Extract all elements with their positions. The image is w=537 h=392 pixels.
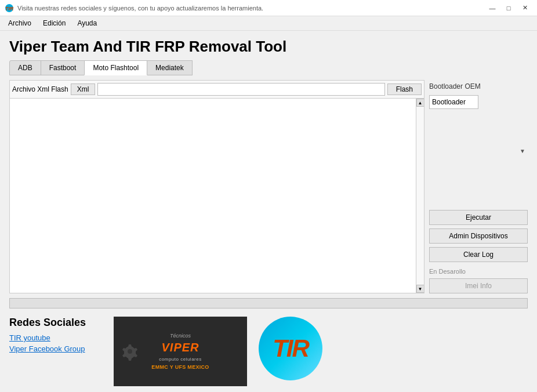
social-title: Redes Sociales — [9, 317, 102, 329]
flash-button[interactable]: Flash — [387, 84, 422, 95]
bootloader-dropdown-wrapper: Bootloader ▼ — [429, 95, 528, 206]
dropdown-arrow-icon: ▼ — [520, 148, 525, 154]
title-bar-left: TIR Visita nuestras redes sociales y síg… — [5, 3, 263, 13]
tir-circle: TIR — [259, 317, 322, 380]
social-links: Redes Sociales TIR youtube Viper Faceboo… — [9, 317, 102, 353]
gear-banner-icon — [118, 334, 153, 369]
titlebar-notification: Visita nuestras redes sociales y sígueno… — [17, 5, 263, 12]
maximize-button[interactable]: □ — [501, 2, 516, 14]
file-row-label: Archivo Xml Flash — [12, 85, 68, 93]
tabs-bar: ADB Fastboot Moto Flashtool Mediatek — [0, 60, 537, 75]
title-bar: TIR Visita nuestras redes sociales y síg… — [0, 0, 537, 16]
log-area: ▲ ▼ — [9, 98, 424, 293]
right-panel: Bootloader OEM Bootloader ▼ Ejecutar Adm… — [429, 80, 528, 293]
banner-tecnicos: Técnicos — [170, 333, 191, 339]
svg-text:TIR: TIR — [5, 6, 14, 12]
tab-moto-flashtool[interactable]: Moto Flashtool — [84, 60, 147, 75]
app-title: Viper Team And TIR FRP Removal Tool — [0, 31, 537, 60]
banner-content: Técnicos VIPER computo celulares EMMC Y … — [151, 333, 209, 370]
menu-edicion[interactable]: Edición — [37, 17, 71, 29]
imei-info-button[interactable]: Imei Info — [429, 278, 528, 293]
close-button[interactable]: ✕ — [517, 2, 532, 14]
xml-button[interactable]: Xml — [71, 84, 96, 95]
tab-mediatek[interactable]: Mediatek — [147, 60, 193, 75]
svg-point-3 — [128, 349, 132, 354]
viper-facebook-link[interactable]: Viper Facebook Group — [9, 344, 102, 353]
minimize-button[interactable]: — — [485, 2, 500, 14]
menu-ayuda[interactable]: Ayuda — [71, 17, 103, 29]
dev-label: En Desarollo — [429, 268, 528, 275]
bootloader-select[interactable]: Bootloader — [429, 95, 478, 109]
bootloader-label: Bootloader OEM — [429, 82, 528, 90]
banner-image: Técnicos VIPER computo celulares EMMC Y … — [114, 317, 247, 386]
tir-logo-text: TIR — [273, 335, 309, 362]
scrollbar-track[interactable] — [416, 107, 424, 285]
progress-bar — [9, 298, 528, 308]
scrollbar-down-icon[interactable]: ▼ — [416, 285, 424, 293]
tab-fastboot[interactable]: Fastboot — [41, 60, 85, 75]
menu-archivo[interactable]: Archivo — [2, 17, 37, 29]
clear-log-button[interactable]: Clear Log — [429, 247, 528, 262]
admin-dispositivos-button[interactable]: Admin Dispositivos — [429, 228, 528, 244]
app-icon: TIR — [5, 3, 14, 13]
banner-emmc: EMMC Y UFS MEXICO — [151, 364, 209, 370]
file-row: Archivo Xml Flash Xml Flash — [9, 80, 424, 98]
menu-bar: Archivo Edición Ayuda — [0, 16, 537, 31]
banner-viper: VIPER — [161, 341, 199, 354]
banner-computo: computo celulares — [159, 357, 201, 362]
main-content: Archivo Xml Flash Xml Flash ▲ ▼ Bootload… — [0, 75, 537, 296]
title-bar-controls: — □ ✕ — [485, 2, 532, 14]
tir-logo: TIR — [259, 317, 328, 386]
tir-youtube-link[interactable]: TIR youtube — [9, 333, 102, 342]
ejecutar-button[interactable]: Ejecutar — [429, 210, 528, 225]
left-panel: Archivo Xml Flash Xml Flash ▲ ▼ — [9, 80, 424, 293]
file-path-input[interactable] — [97, 83, 384, 96]
bottom-section: Redes Sociales TIR youtube Viper Faceboo… — [0, 311, 537, 392]
tab-adb[interactable]: ADB — [9, 60, 41, 75]
scrollbar-up-icon[interactable]: ▲ — [416, 99, 424, 107]
log-scrollbar[interactable]: ▲ ▼ — [416, 99, 424, 293]
